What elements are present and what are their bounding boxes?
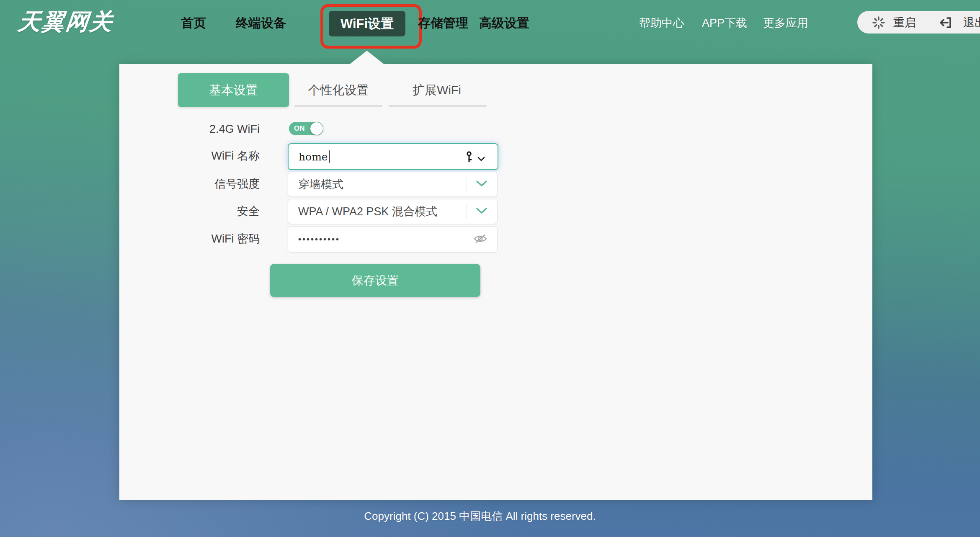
logo: 天翼网关 [16,7,115,37]
nav-item-devices[interactable]: 终端设备 [236,16,286,30]
wifi-name-value: home [299,151,328,163]
logout-button[interactable]: 退出 [963,16,980,29]
copyright-text: Copyright (C) 2015 中国电信 All rights reser… [0,509,960,524]
router-admin-page: 天翼网关 首页 终端设备 WiFi设置 存储管理 高级设置 帮助中心 APP下载… [0,0,980,537]
wifi-name-input[interactable]: home [288,143,498,170]
security-value: WPA / WPA2 PSK 混合模式 [298,199,437,224]
key-icon[interactable] [466,151,472,165]
eye-off-icon[interactable] [473,233,487,246]
tab-personalized-settings[interactable]: 个性化设置 [308,83,369,97]
wifi-password-value: •••••••••• [298,227,340,252]
signal-strength-label: 信号强度 [151,172,260,196]
security-select[interactable]: WPA / WPA2 PSK 混合模式 [288,199,498,224]
chevron-down-icon[interactable] [476,207,487,216]
wifi-24g-toggle[interactable]: ON [289,122,323,135]
chevron-down-icon[interactable] [476,180,487,188]
nav-link-more-apps[interactable]: 更多应用 [763,17,808,29]
spinner-icon [872,16,885,31]
tab-basic-settings[interactable]: 基本设置 [178,73,289,107]
toggle-knob[interactable] [310,122,323,135]
field-divider [467,177,467,192]
nav-item-advanced[interactable]: 高级设置 [479,16,529,30]
field-divider [467,204,467,219]
security-label: 安全 [151,199,260,223]
toggle-on-text: ON [294,122,305,135]
wifi-password-label: WiFi 密码 [151,226,260,252]
tab-underline [389,105,487,107]
nav-link-help-center[interactable]: 帮助中心 [639,17,684,29]
signal-strength-value: 穿墙模式 [298,172,343,196]
chevron-down-icon[interactable] [477,155,485,163]
tab-extend-wifi[interactable]: 扩展WiFi [413,83,461,97]
nav-item-storage[interactable]: 存储管理 [418,16,468,30]
wifi-name-label: WiFi 名称 [151,143,260,168]
pill-divider [927,11,927,34]
tab-underline [294,105,382,107]
wifi-password-input[interactable]: •••••••••• [288,226,498,253]
nav-item-home[interactable]: 首页 [181,16,206,30]
reboot-button[interactable]: 重启 [893,16,916,29]
nav-link-app-download[interactable]: APP下载 [702,17,747,29]
text-cursor [329,150,330,163]
save-button[interactable]: 保存设置 [270,264,480,297]
panel-pointer-arrow [349,51,384,65]
signal-strength-select[interactable]: 穿墙模式 [288,172,498,197]
wifi-24g-label: 2.4G WiFi [151,122,260,136]
logout-icon [938,15,953,32]
active-nav-highlight-annotation [320,4,422,49]
